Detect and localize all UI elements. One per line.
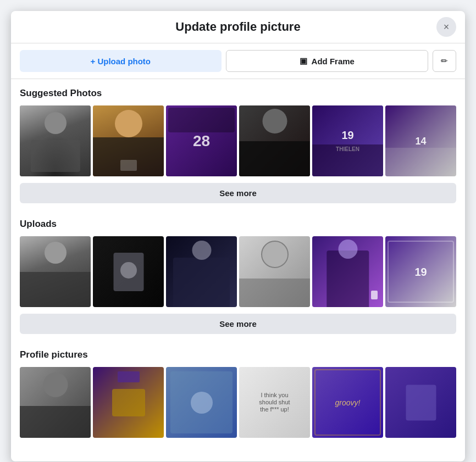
modal-header: Update profile picture × (11, 11, 465, 43)
upload-photo-6[interactable]: 19 (385, 236, 456, 307)
suggested-photo-1[interactable] (20, 105, 91, 176)
pencil-icon: ✏ (441, 56, 448, 66)
suggested-photo-4[interactable] (239, 105, 310, 176)
suggested-photo-6[interactable]: 14 (385, 105, 456, 176)
close-button[interactable]: × (436, 17, 456, 37)
upload-photo-3[interactable] (166, 236, 237, 307)
frame-icon: ▣ (300, 56, 307, 66)
uploads-section: Uploads (11, 210, 465, 307)
add-frame-label: Add Frame (312, 57, 355, 66)
profile-pictures-grid: I think you should shut the f*** up! gro… (20, 367, 456, 438)
action-bar: + Upload photo ▣ Add Frame ✏ (11, 43, 465, 79)
profile-photo-6[interactable] (385, 367, 456, 438)
see-more-uploads-button[interactable]: See more (20, 314, 456, 334)
suggested-photo-5[interactable]: 19THIELEN (312, 105, 383, 176)
profile-photo-5[interactable]: groovy! (312, 367, 383, 438)
see-more-suggested-button[interactable]: See more (20, 183, 456, 203)
uploads-title: Uploads (20, 219, 456, 230)
profile-pictures-title: Profile pictures (20, 349, 456, 360)
profile-photo-2[interactable] (93, 367, 164, 438)
update-profile-picture-modal: Update profile picture × + Upload photo … (11, 11, 465, 461)
add-frame-button[interactable]: ▣ Add Frame (226, 50, 429, 72)
upload-photo-button[interactable]: + Upload photo (20, 50, 222, 72)
upload-photo-5[interactable] (312, 236, 383, 307)
suggested-photos-section: Suggested Photos 28 (11, 79, 465, 176)
uploads-photo-grid: 19 (20, 236, 456, 307)
upload-icon: + Upload photo (90, 57, 151, 66)
suggested-photos-title: Suggested Photos (20, 88, 456, 99)
suggested-photos-grid: 28 19THIELEN 14 (20, 105, 456, 176)
profile-photo-4[interactable]: I think you should shut the f*** up! (239, 367, 310, 438)
edit-button[interactable]: ✏ (433, 50, 456, 72)
upload-photo-4[interactable] (239, 236, 310, 307)
upload-photo-1[interactable] (20, 236, 91, 307)
profile-pictures-section: Profile pictures (11, 341, 465, 438)
profile-photo-1[interactable] (20, 367, 91, 438)
suggested-photo-2[interactable] (93, 105, 164, 176)
modal-title: Update profile picture (175, 20, 300, 34)
suggested-photo-3[interactable]: 28 (166, 105, 237, 176)
upload-photo-2[interactable] (93, 236, 164, 307)
profile-photo-3[interactable] (166, 367, 237, 438)
